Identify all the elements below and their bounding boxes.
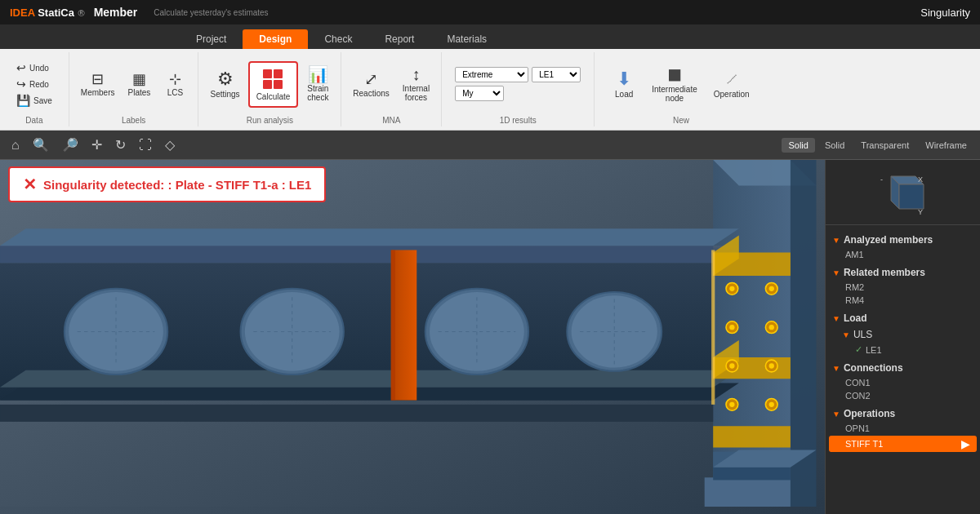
internal-forces-icon: ↕ (412, 66, 420, 82)
home-view-button[interactable]: ⌂ (7, 135, 24, 156)
run-analysis-group-label: Run analysis (247, 116, 293, 126)
zoom-button[interactable]: 🔎 (57, 134, 83, 156)
wireframe-mode-button[interactable]: Wireframe (919, 138, 973, 153)
tree-item-opn1[interactable]: OPN1 (826, 422, 980, 435)
connections-header[interactable]: ▼ Connections (826, 360, 980, 376)
main-area: ✕ Singularity detected: : Plate - STIFF … (0, 160, 980, 514)
mna-group-label: MNA (382, 116, 400, 126)
tree-item-con1[interactable]: CON1 (826, 376, 980, 389)
svg-marker-57 (899, 184, 924, 209)
tab-project[interactable]: Project (180, 29, 243, 49)
tree-item-con2[interactable]: CON2 (826, 389, 980, 402)
tab-design[interactable]: Design (243, 29, 308, 49)
view-toolbar: ⌂ 🔍 🔎 ✛ ↻ ⛶ ◇ Solid Solid Transparent Wi… (0, 131, 980, 160)
tab-check[interactable]: Check (308, 29, 368, 49)
title-bar: IDEA StatiCa ® Member Calculate yesterda… (0, 0, 980, 24)
uls-header[interactable]: ▼ ULS (826, 326, 980, 343)
lcs-button[interactable]: ⊹ LCS (158, 69, 191, 100)
zoom-region-button[interactable]: ⛶ (134, 135, 157, 156)
load-button[interactable]: ⬇ Load (608, 67, 640, 102)
error-icon: ✕ (23, 175, 37, 194)
operation-button[interactable]: ⟋ Operation (709, 67, 755, 102)
ribbon-group-data: ↩ Undo ↪ Redo 💾 Save Data (0, 52, 69, 126)
strain-check-button[interactable]: 📊 Straincheck (301, 63, 334, 105)
lcs-icon: ⊹ (169, 72, 181, 86)
le1-dropdown[interactable]: LE1 (532, 67, 581, 82)
calculate-icon (261, 68, 284, 91)
arrow-related: ▼ (832, 268, 840, 277)
stiff-arrow: ▶ (961, 437, 970, 450)
pan-button[interactable]: ✛ (87, 134, 107, 156)
arrow-operations: ▼ (832, 410, 840, 419)
transparent-mode-button[interactable]: Transparent (854, 138, 915, 153)
internal-forces-button[interactable]: ↕ Internalforces (398, 63, 434, 105)
arrow-uls: ▼ (842, 330, 850, 339)
svg-text:X: X (918, 175, 923, 184)
window-title: Singularity (920, 7, 970, 19)
calculate-button[interactable]: Calculate (248, 61, 299, 108)
members-button[interactable]: ⊟ Members (76, 69, 120, 100)
ribbon-group-labels: ⊟ Members ▦ Plates ⊹ LCS Labels (69, 52, 199, 126)
tree-item-stiff-t1[interactable]: STIFF T1 ▶ (829, 436, 977, 452)
redo-button[interactable]: ↪ Redo (13, 77, 56, 91)
arrow-connections: ▼ (832, 364, 840, 373)
viewport-3d[interactable]: ✕ Singularity detected: : Plate - STIFF … (0, 160, 825, 514)
extreme-dropdown[interactable]: Extreme (455, 67, 528, 82)
my-dropdown[interactable]: My (455, 86, 504, 101)
perspective-button[interactable]: ◇ (160, 134, 180, 156)
analyzed-members-header[interactable]: ▼ Analyzed members (826, 232, 980, 248)
related-members-label: Related members (844, 267, 925, 278)
tab-report[interactable]: Report (368, 29, 430, 49)
save-icon: 💾 (16, 94, 30, 107)
svg-rect-8 (0, 405, 713, 422)
ribbon-group-run-analysis: ⚙ Settings Calculate 📊 Straincheck Run a… (198, 52, 341, 126)
undo-icon: ↩ (16, 61, 26, 74)
tree-item-rm4[interactable]: RM4 (826, 294, 980, 307)
tree-item-rm2[interactable]: RM2 (826, 281, 980, 294)
tab-materials[interactable]: Materials (430, 29, 503, 49)
load-header[interactable]: ▼ Load (826, 310, 980, 326)
svg-rect-10 (0, 246, 713, 263)
labels-group-label: Labels (122, 116, 145, 126)
undo-button[interactable]: ↩ Undo (13, 60, 56, 75)
redo-icon: ↪ (16, 78, 26, 91)
zoom-fit-button[interactable]: 🔍 (28, 134, 54, 156)
results-dropdowns: Extreme LE1 My (448, 64, 587, 104)
svg-rect-51 (711, 250, 715, 404)
tree-section-load: ▼ Load ▼ ULS ✓ LE1 (826, 310, 980, 357)
svg-rect-29 (391, 250, 395, 400)
settings-button[interactable]: ⚙ Settings (205, 67, 244, 102)
ribbon-group-new: ⬇ Load ◼ Intermediatenode ⟋ Operation Ne… (595, 52, 768, 126)
strain-check-icon: 📊 (308, 66, 328, 82)
plates-button[interactable]: ▦ Plates (122, 69, 155, 100)
tree-panel: ▼ Analyzed members AM1 ▼ Related members… (826, 225, 980, 514)
tree-section-related: ▼ Related members RM2 RM4 (826, 264, 980, 307)
3d-visualization (0, 160, 825, 507)
svg-rect-53 (713, 467, 791, 481)
operations-header[interactable]: ▼ Operations (826, 405, 980, 422)
settings-icon: ⚙ (217, 70, 234, 88)
save-button[interactable]: 💾 Save (13, 93, 56, 108)
svg-marker-11 (0, 228, 739, 246)
svg-text:-: - (880, 175, 883, 184)
tree-item-am1[interactable]: AM1 (826, 248, 980, 261)
tree-item-le1[interactable]: ✓ LE1 (826, 343, 980, 357)
solid2-mode-button[interactable]: Solid (818, 138, 851, 153)
tree-section-operations: ▼ Operations OPN1 STIFF T1 ▶ (826, 405, 980, 452)
le1-check-icon: ✓ (855, 344, 862, 355)
error-banner: ✕ Singularity detected: : Plate - STIFF … (8, 166, 326, 202)
rotate-button[interactable]: ↻ (110, 134, 131, 156)
data-group-label: Data (25, 116, 42, 126)
solid-mode-button[interactable]: Solid (782, 138, 814, 153)
app-logo: IDEA StatiCa ® Member (10, 5, 137, 20)
svg-point-46 (769, 363, 774, 368)
intermediate-node-button[interactable]: ◼ Intermediatenode (647, 62, 702, 106)
svg-point-38 (769, 286, 774, 291)
ribbon-group-1d-results: Extreme LE1 My 1D results (442, 52, 595, 126)
related-members-header[interactable]: ▼ Related members (826, 264, 980, 281)
svg-point-40 (729, 325, 734, 330)
connections-label: Connections (844, 362, 903, 374)
tree-section-connections: ▼ Connections CON1 CON2 (826, 360, 980, 402)
reactions-button[interactable]: ⤢ Reactions (348, 68, 394, 101)
view-mode-buttons: Solid Solid Transparent Wireframe (782, 138, 973, 153)
